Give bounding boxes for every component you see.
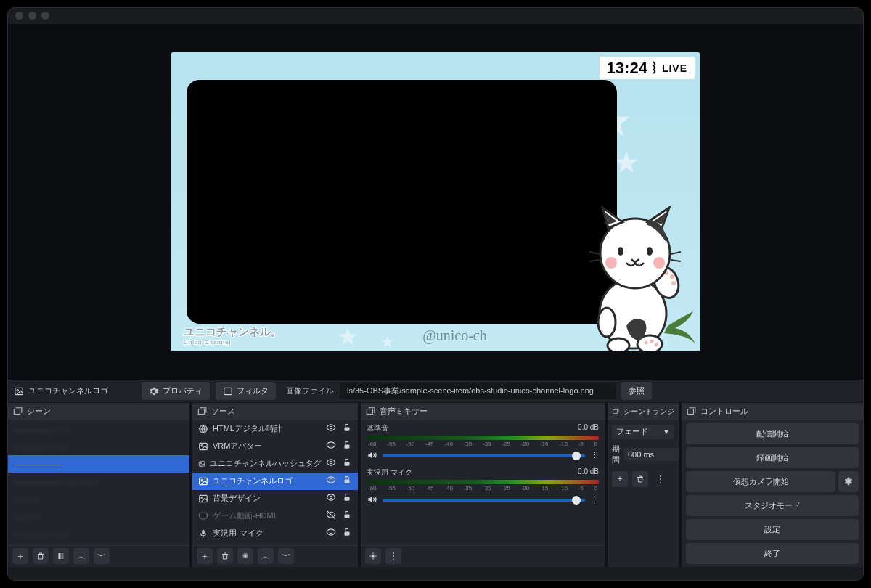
delete-transition-button[interactable] xyxy=(632,471,648,487)
lock-toggle[interactable] xyxy=(342,475,352,487)
source-item[interactable]: VRMアバター xyxy=(192,438,358,455)
svg-rect-33 xyxy=(345,445,350,449)
dock-icon xyxy=(686,407,696,417)
scene-item[interactable]: –––– – xyxy=(8,507,189,525)
file-path-input[interactable] xyxy=(340,383,616,399)
minimize-window-icon[interactable] xyxy=(28,12,36,20)
svg-rect-47 xyxy=(345,515,350,518)
source-label: 背景デザイン xyxy=(213,493,261,504)
scene-up-button[interactable]: ︿ xyxy=(73,548,89,564)
properties-button[interactable]: プロパティ xyxy=(142,382,210,400)
lock-toggle[interactable] xyxy=(342,440,352,452)
source-item[interactable]: ユニコチャンネルロゴ xyxy=(192,473,358,490)
transition-more-button[interactable]: ⋮ xyxy=(653,471,668,487)
scenes-header: シーン xyxy=(8,403,189,420)
start-stream-button[interactable]: 配信開始 xyxy=(686,423,859,444)
scene-item[interactable]: —————— xyxy=(8,455,189,473)
exit-button[interactable]: 終了 xyxy=(686,543,859,564)
chevron-down-icon: ▼ xyxy=(663,428,670,436)
preview-canvas[interactable]: 13:24 ⧘ LIVE ユニコチャンネル。 Unico Channel @un… xyxy=(171,52,700,351)
visibility-toggle[interactable] xyxy=(326,440,336,452)
speaker-icon[interactable] xyxy=(367,494,377,506)
filter-icon xyxy=(223,386,233,396)
lock-toggle[interactable] xyxy=(342,492,352,505)
visibility-toggle[interactable] xyxy=(326,475,336,487)
scene-filter-button[interactable] xyxy=(53,548,69,564)
sources-list[interactable]: HTMLデジタル時計VRMアバターユニコチャンネルハッシュタグユニコチャンネルロ… xyxy=(192,420,358,545)
volume-slider[interactable] xyxy=(383,499,585,502)
delete-scene-button[interactable] xyxy=(33,548,49,564)
transition-title: シーントランジション xyxy=(623,407,674,417)
image-icon xyxy=(198,476,208,486)
lock-toggle[interactable] xyxy=(342,527,352,539)
visibility-toggle[interactable] xyxy=(326,492,336,505)
sources-dock: ソース HTMLデジタル時計VRMアバターユニコチャンネルハッシュタグユニコチャ… xyxy=(192,403,358,567)
visibility-toggle[interactable] xyxy=(326,457,336,470)
svg-rect-24 xyxy=(59,553,61,559)
svg-point-9 xyxy=(650,339,654,343)
channel-handle: @unico-ch xyxy=(422,327,486,344)
add-transition-button[interactable]: ＋ xyxy=(612,471,628,487)
virtual-camera-button[interactable]: 仮想カメラ開始 xyxy=(686,471,835,492)
lock-toggle[interactable] xyxy=(342,457,352,470)
scene-item[interactable]: ————— ––– xyxy=(8,420,189,438)
live-text: LIVE xyxy=(662,62,687,74)
close-window-icon[interactable] xyxy=(15,12,23,20)
svg-point-14 xyxy=(605,257,617,269)
mixer-more-button[interactable]: ⋮ xyxy=(385,548,401,564)
browse-button[interactable]: 参照 xyxy=(621,382,652,400)
delete-source-button[interactable] xyxy=(217,548,233,564)
controls-body: 配信開始 録画開始 仮想カメラ開始 スタジオモード 設定 終了 xyxy=(682,420,863,567)
scenes-list[interactable]: ————— –––– ———— –––———————————— ––– – ––… xyxy=(8,420,189,545)
mixer-settings-button[interactable] xyxy=(365,548,381,564)
channel-more-button[interactable]: ⋮ xyxy=(591,495,599,505)
start-record-button[interactable]: 録画開始 xyxy=(686,447,859,468)
settings-button[interactable]: 設定 xyxy=(686,519,859,540)
mixer-title: 音声ミキサー xyxy=(380,406,428,417)
maximize-window-icon[interactable] xyxy=(41,12,49,20)
lock-toggle[interactable] xyxy=(342,510,352,522)
visibility-toggle[interactable] xyxy=(326,527,336,539)
source-label: ゲーム動画-HDMI xyxy=(213,510,276,521)
source-item[interactable]: 実況用-マイク xyxy=(192,525,358,542)
preview-area[interactable]: 13:24 ⧘ LIVE ユニコチャンネル。 Unico Channel @un… xyxy=(8,24,863,380)
volume-slider[interactable] xyxy=(383,454,585,457)
svg-point-49 xyxy=(330,531,332,534)
channel-more-button[interactable]: ⋮ xyxy=(591,451,599,460)
source-item[interactable]: HTMLデジタル時計 xyxy=(192,420,358,438)
source-down-button[interactable]: ﹀ xyxy=(278,548,294,564)
scene-item[interactable]: – ———— ––– xyxy=(8,525,189,542)
source-item[interactable]: ゲーム動画-HDMI xyxy=(192,507,358,525)
scenes-dock: シーン ————— –––– ———— –––———————————— ––– … xyxy=(8,403,189,567)
filters-button[interactable]: フィルタ xyxy=(216,382,276,400)
source-up-button[interactable]: ︿ xyxy=(258,548,274,564)
gear-icon xyxy=(149,386,159,396)
mixer-dock: 音声ミキサー 基準音0.0 dB-60-55-50-45-40-35-30-25… xyxy=(361,403,605,567)
scene-item[interactable]: –– ––– xyxy=(8,490,189,507)
svg-point-43 xyxy=(201,497,203,498)
scene-down-button[interactable]: ﹀ xyxy=(94,548,110,564)
add-source-button[interactable]: ＋ xyxy=(197,548,213,564)
lock-toggle[interactable] xyxy=(342,422,352,435)
channel-name: 基準音 xyxy=(367,423,388,433)
source-item[interactable]: ユニコチャンネルハッシュタグ xyxy=(192,455,358,473)
image-icon xyxy=(198,441,208,452)
channel-name: 実況用-マイク xyxy=(367,467,412,478)
visibility-toggle[interactable] xyxy=(326,422,336,435)
scene-item[interactable]: – ———— ––– xyxy=(8,438,189,455)
scene-item[interactable]: —————— ––– – ––– xyxy=(8,473,189,490)
studio-mode-button[interactable]: スタジオモード xyxy=(686,495,859,516)
virtual-camera-settings-button[interactable] xyxy=(838,471,859,492)
speaker-icon[interactable] xyxy=(367,450,377,462)
visibility-toggle[interactable] xyxy=(326,510,336,522)
source-item[interactable]: 背景デザイン xyxy=(192,490,358,507)
add-scene-button[interactable]: ＋ xyxy=(12,548,28,564)
source-settings-button[interactable] xyxy=(237,548,253,564)
svg-point-12 xyxy=(618,247,623,256)
svg-point-40 xyxy=(330,478,332,481)
svg-line-18 xyxy=(671,252,681,254)
duration-input[interactable] xyxy=(624,448,679,461)
audio-meter xyxy=(367,436,599,440)
filters-label: フィルタ xyxy=(237,385,269,396)
dock-icon xyxy=(612,407,619,417)
